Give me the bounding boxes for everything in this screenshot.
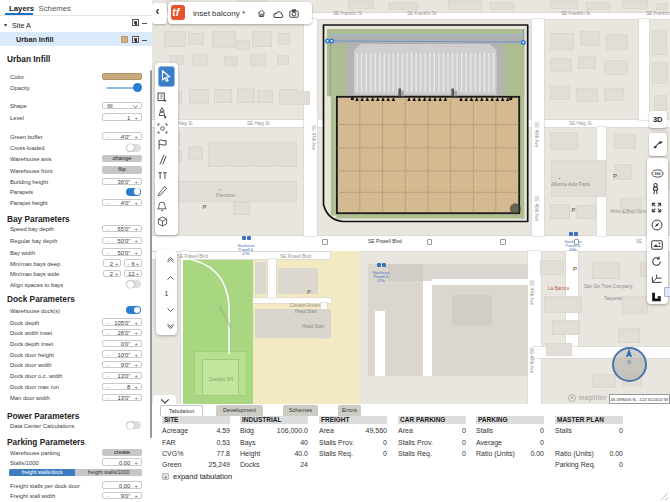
svg-text:N: N	[627, 359, 631, 365]
svg-text:360: 360	[654, 171, 661, 176]
